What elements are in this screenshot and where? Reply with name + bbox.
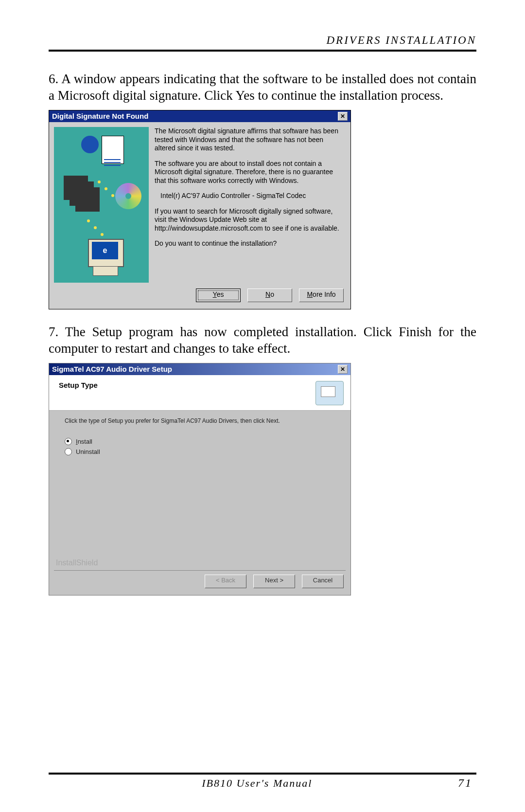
dots-icon [87,219,90,222]
windows-cascade-icon [64,176,88,200]
dialog1-illustration: e [54,127,149,283]
step-7-text: 7. The Setup program has now completed i… [49,324,476,357]
more-info-button[interactable]: More Info [299,289,344,302]
dialog-digital-signature: Digital Signature Not Found ✕ e The Micr… [49,110,351,310]
yes-button[interactable]: Yes [196,289,241,302]
installer-icon [315,381,344,405]
close-icon[interactable]: ✕ [338,112,348,121]
footer-manual-title: IB810 User's Manual [202,777,312,790]
dialog1-device-name: Intel(r) AC'97 Audio Controller - SigmaT… [155,192,346,200]
radio-install[interactable]: Install [65,438,341,445]
page-lines-icon [104,159,121,160]
dialog1-paragraph-4: Do you want to continue the installation… [155,239,346,248]
dialog2-separator [54,570,346,571]
mnemonic-char: B [221,577,226,584]
no-button[interactable]: No [247,289,292,302]
mnemonic-char: M [307,290,313,298]
globe-icon [81,136,99,153]
rule-bottom [49,773,476,775]
button-label-rest: ore Info [313,290,335,298]
mnemonic-char: N [265,290,270,298]
radio-icon [65,448,72,455]
dots-icon [98,180,101,183]
section-header: DRIVERS INSTALLATION [49,34,476,50]
installshield-brand: InstallShield [49,559,350,570]
cancel-button[interactable]: Cancel [302,575,344,588]
rule-top [49,50,476,52]
radio-uninstall[interactable]: Uninstall [65,448,341,455]
setup-type-heading: Setup Type [59,381,98,389]
mnemonic-char: Y [213,290,217,298]
monitor-base-icon [93,266,118,276]
dialog1-title-text: Digital Signature Not Found [52,112,148,121]
button-label-rest: o [270,290,274,298]
radio-icon [65,438,72,445]
footer-page-number: 71 [458,776,472,790]
back-button[interactable]: < Back [205,575,246,588]
dialog-setup-type: SigmaTel AC97 Audio Driver Setup ✕ Setup… [49,363,351,595]
dialog1-titlebar[interactable]: Digital Signature Not Found ✕ [49,110,350,123]
monitor-screen-icon: e [92,242,118,259]
option-label-rest: nstall [78,438,92,445]
dialog2-title-text: SigmaTel AC97 Audio Driver Setup [52,365,172,373]
mnemonic-char: N [265,577,269,584]
dialog1-paragraph-2: The software you are about to install do… [155,160,346,185]
next-button[interactable]: Next > [253,575,295,588]
button-label-rest: es [217,290,224,298]
setup-instruction: Click the type of Setup you prefer for S… [65,417,341,424]
option-label: Uninstall [76,448,100,455]
button-prefix: < [216,577,221,584]
dialog2-titlebar[interactable]: SigmaTel AC97 Audio Driver Setup ✕ [49,363,350,375]
button-label-rest: ack [226,577,235,584]
dialog1-paragraph-1: The Microsoft digital signature affirms … [155,127,346,153]
close-icon[interactable]: ✕ [338,365,348,374]
dialog1-paragraph-3: If you want to search for Microsoft digi… [155,207,346,233]
button-label-rest: ext > [269,577,283,584]
step-6-text: 6. A window appears indicating that the … [49,71,476,104]
